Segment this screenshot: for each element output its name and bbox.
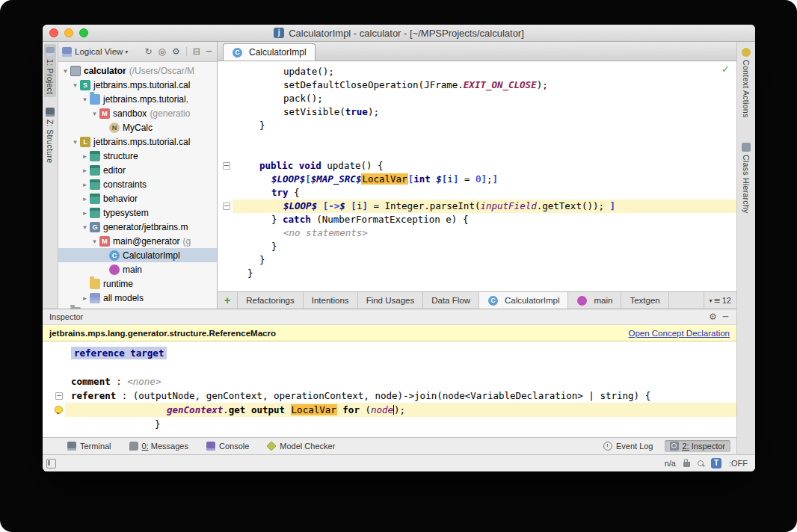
editor-tab-calculatorimpl[interactable]: CalculatorImpl	[223, 43, 316, 61]
tree-item-jetbrains-mps-tutorial[interactable]: ▾jetbrains.mps.tutorial.	[58, 92, 217, 106]
tree-item-jetbrains-mps-tutorial-cal[interactable]: ▾jetbrains.mps.tutorial.cal	[58, 78, 217, 92]
code-line-current[interactable]: $LOOP$ [->$ [i] = Integer.parseInt(input…	[218, 200, 736, 213]
code-line[interactable]: setDefaultCloseOperation(JFrame.EXIT_ON_…	[218, 78, 736, 92]
toolwindow-button-context-actions[interactable]: Context Actions	[740, 45, 752, 120]
toolwindow-button-terminal[interactable]: Terminal	[62, 440, 117, 452]
magnifier-icon[interactable]	[698, 460, 704, 466]
title-bar[interactable]: j CalculatorImpl - calculator - [~/MPSPr…	[43, 25, 755, 42]
tree-toggle-icon[interactable]: ▾	[81, 96, 89, 103]
code-line[interactable]: reference target	[43, 346, 736, 360]
sync-icon[interactable]: ↻	[143, 47, 153, 56]
bottom-tab-refactorings[interactable]: Refactorings	[237, 292, 304, 309]
code-line[interactable]: }	[218, 267, 736, 280]
tree-toggle-icon[interactable]: ▾	[90, 110, 99, 117]
tree-toggle-icon[interactable]: ▾	[61, 67, 70, 75]
tree-toggle-icon[interactable]: ▸	[81, 294, 89, 302]
tree-toggle-icon[interactable]: ▾	[71, 138, 79, 146]
tree-toggle-icon[interactable]: ▸	[81, 181, 89, 188]
tree-toggle-icon[interactable]: ▸	[81, 195, 89, 202]
code-line[interactable]: <no statements>	[218, 226, 736, 240]
toolwindow-button-class-hierarchy[interactable]: Class Hierarchy	[740, 140, 752, 217]
toolwindow-button-0-messages[interactable]: 0: Messages	[124, 440, 194, 452]
tab-overflow-control[interactable]: ▾ ≡ 12	[704, 292, 736, 309]
code-line[interactable]: $LOOP$[$MAP_SRC$LocalVar[int $[i] = 0];]	[218, 173, 736, 186]
collapse-all-icon[interactable]: ⊟	[191, 47, 202, 56]
inspector-header[interactable]: Inspector ⚙ ─	[43, 309, 736, 325]
code-line[interactable]: try {	[218, 186, 736, 200]
tree-toggle-icon[interactable]: ▾	[90, 238, 99, 245]
bottom-tab-main[interactable]: main	[568, 292, 621, 309]
bottom-tab-calculatorimpl[interactable]: CalculatorImpl	[479, 292, 569, 309]
lock-icon[interactable]	[683, 462, 690, 467]
tree-item-jetbrains-mps-tutorial-cal[interactable]: ▾jetbrains.mps.tutorial.cal	[58, 134, 217, 149]
code-token: .getText());	[537, 200, 610, 211]
fold-marker-icon[interactable]	[223, 202, 230, 210]
tree-item-calculator[interactable]: ▾calculator(/Users/Oscar/M	[58, 64, 217, 78]
fold-marker-icon[interactable]	[55, 392, 63, 400]
toolwindow-button-model-checker[interactable]: Model Checker	[262, 440, 340, 452]
code-token: get output	[229, 404, 291, 415]
tree-item-mycalc[interactable]: MyCalc	[58, 120, 217, 134]
code-line[interactable]: }	[218, 253, 736, 267]
inspector-settings-gear-icon[interactable]: ⚙	[707, 312, 718, 321]
code-line[interactable]: update();	[218, 65, 736, 78]
tree-item-main-generator[interactable]: ▾main@generator(g	[58, 234, 217, 248]
code-line[interactable]	[218, 146, 736, 159]
add-tab-icon[interactable]: +	[218, 292, 237, 309]
bottom-tab-find-usages[interactable]: Find Usages	[358, 292, 424, 309]
minimize-window-button[interactable]	[64, 28, 73, 37]
tree-toggle-icon[interactable]: ▸	[81, 167, 89, 174]
code-line[interactable]: }	[218, 240, 736, 253]
editor-code-pane[interactable]: update();setDefaultCloseOperation(JFrame…	[218, 61, 736, 291]
bottom-tab-data-flow[interactable]: Data Flow	[423, 292, 479, 309]
open-concept-declaration-link[interactable]: Open Concept Declaration	[628, 329, 730, 338]
toolwindow-button-structure[interactable]: Z: Structure	[44, 105, 56, 166]
inspector-editor[interactable]: reference target comment : <none>referen…	[43, 341, 736, 437]
code-line[interactable]: public void update() {	[218, 159, 736, 173]
tree-toggle-icon[interactable]: ▸	[81, 209, 89, 217]
tree-item-all-models[interactable]: ▸all models	[58, 291, 217, 305]
code-line-content: public void update() {	[233, 159, 736, 173]
bottom-tab-textgen[interactable]: Textgen	[621, 292, 668, 309]
tree-item-typesystem[interactable]: ▸typesystem	[58, 205, 217, 220]
tree-item-main[interactable]: main	[58, 262, 217, 276]
transformation-badge-icon[interactable]: T	[711, 458, 721, 468]
inspector-hide-icon[interactable]: ─	[721, 312, 730, 321]
tree-item-editor[interactable]: ▸editor	[58, 163, 217, 177]
toolwindow-button-event-log[interactable]: Event Log	[598, 440, 659, 452]
scroll-to-node-icon[interactable]: ◎	[156, 47, 167, 56]
view-selector[interactable]: Logical View ▾	[75, 47, 128, 56]
code-line[interactable]: referent : (outputNode, genContext, oper…	[43, 389, 736, 403]
hide-panel-icon[interactable]: ─	[205, 47, 213, 56]
code-line[interactable]: }	[218, 119, 736, 132]
close-window-button[interactable]	[49, 28, 58, 37]
code-line[interactable]: } catch (NumberFormatException e) {	[218, 213, 736, 226]
code-line[interactable]: }	[43, 417, 736, 431]
code-line[interactable]	[218, 132, 736, 146]
code-line[interactable]	[43, 360, 736, 374]
code-line-current[interactable]: genContext.get output LocalVar for (node…	[43, 403, 736, 417]
toolwindow-toggle-icon[interactable]	[46, 459, 56, 468]
tree-item-constraints[interactable]: ▸constraints	[58, 177, 217, 191]
toolwindow-button-console[interactable]: Console	[201, 440, 254, 452]
tree-item-sandbox[interactable]: ▾sandbox(generatio	[58, 106, 217, 120]
code-line[interactable]: comment : <none>	[43, 374, 736, 389]
code-line[interactable]: setVisible(true);	[218, 105, 736, 119]
code-line[interactable]: pack();	[218, 92, 736, 105]
settings-gear-icon[interactable]: ⚙	[170, 47, 182, 56]
tree-toggle-icon[interactable]: ▸	[81, 152, 89, 160]
intention-bulb-icon[interactable]	[55, 406, 63, 414]
tree-toggle-icon[interactable]: ▾	[71, 81, 79, 89]
tree-item-generator-jetbrains-m[interactable]: ▾generator/jetbrains.m	[58, 220, 217, 234]
toolwindow-button-2-inspector[interactable]: 2: Inspector	[665, 440, 731, 452]
tree-toggle-icon[interactable]: ▾	[81, 223, 89, 231]
tree-item-structure[interactable]: ▸structure	[58, 149, 217, 163]
fold-marker-icon[interactable]	[223, 162, 230, 170]
zoom-window-button[interactable]	[79, 28, 88, 37]
toolwindow-button-project[interactable]: 1: Project	[44, 44, 56, 97]
tree-item-behavior[interactable]: ▸behavior	[58, 191, 217, 205]
tree-item-runtime[interactable]: runtime	[58, 276, 217, 291]
bottom-tab-intentions[interactable]: Intentions	[304, 292, 358, 309]
tree-item-calculatorimpl[interactable]: CalculatorImpl	[58, 248, 217, 262]
inspection-status-ok-icon[interactable]: ✓	[721, 64, 730, 75]
